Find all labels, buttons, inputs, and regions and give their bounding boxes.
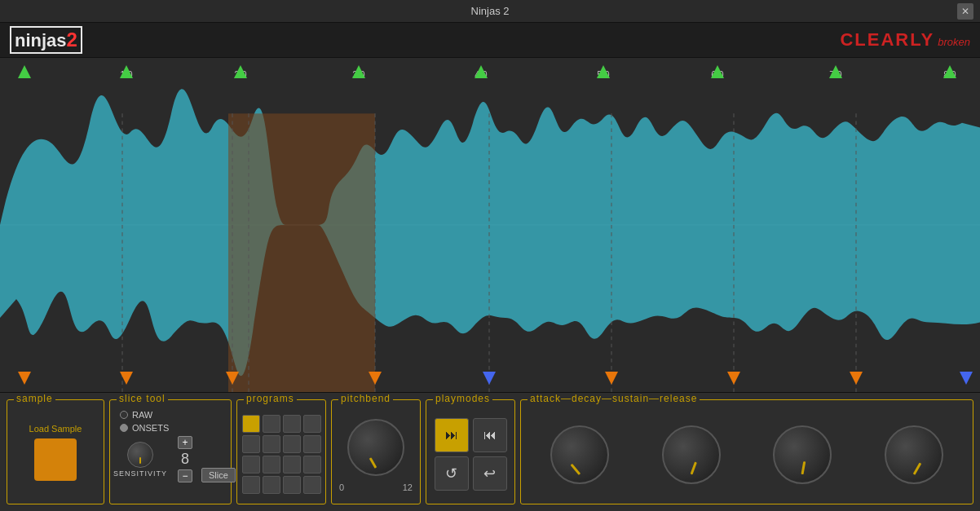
pad-1[interactable] <box>263 415 280 433</box>
pad-7[interactable] <box>303 435 321 453</box>
decay-container <box>662 425 721 484</box>
header-bar: ninjas2 CLEARLY broken <box>0 23 980 57</box>
brand-suffix: broken <box>938 36 970 48</box>
onsets-label: ONSETS <box>132 423 169 433</box>
sustain-container <box>773 425 832 484</box>
decay-indicator <box>690 461 696 474</box>
programs-label: programs <box>244 393 297 404</box>
sensitivity-knob[interactable] <box>127 442 153 468</box>
pitchbend-min: 0 <box>339 482 344 492</box>
pad-8[interactable] <box>242 456 260 474</box>
release-indicator <box>912 462 921 474</box>
title-text: Ninjas 2 <box>471 5 510 17</box>
playmode-backward-button[interactable]: ⏮ <box>473 418 507 452</box>
playmode-forward-icon: ⏭ <box>445 428 458 443</box>
adsr-label: attack—decay—sustain—release <box>528 393 700 404</box>
sensitivity-label: SENSITIVITY <box>113 469 167 478</box>
slice-tool-label: slice tool <box>117 393 168 404</box>
logo-number: 2 <box>67 29 77 51</box>
load-sample-button[interactable] <box>34 438 77 481</box>
raw-radio[interactable] <box>120 411 128 419</box>
pitchbend-knob[interactable] <box>347 419 404 476</box>
brand-area: CLEARLY broken <box>840 29 970 51</box>
minus-button[interactable]: − <box>178 469 192 482</box>
playmode-forward-button[interactable]: ⏭ <box>435 418 469 452</box>
title-bar: Ninjas 2 ✕ <box>0 0 980 23</box>
load-sample-text: Load Sample <box>29 424 82 434</box>
pitchbend-indicator <box>369 457 377 469</box>
waveform-svg: 1.0 2.0 3.0 4.0 5.0 6.0 7.0 8.0 <box>0 58 980 392</box>
release-knob[interactable] <box>885 425 943 484</box>
pad-2[interactable] <box>283 415 301 433</box>
slice-tool-panel: slice tool RAW ONSETS SENSITIVITY <box>109 399 232 504</box>
count-control: + 8 − <box>175 436 195 482</box>
playmodes-panel: playmodes ⏭ ⏮ ↺ ↩ <box>426 399 515 504</box>
pad-0[interactable] <box>242 415 260 433</box>
close-button[interactable]: ✕ <box>957 3 973 20</box>
logo-box: ninjas2 <box>10 26 82 54</box>
playmode-row-1: ⏭ ⏮ <box>435 418 507 452</box>
controls-bar: sample Load Sample slice tool RAW ONSETS <box>0 393 980 511</box>
programs-panel: programs <box>236 399 326 504</box>
playmode-row-2: ↺ ↩ <box>435 456 507 491</box>
playmode-loop-icon: ↺ <box>445 465 457 482</box>
sensitivity-container: SENSITIVITY <box>113 442 167 478</box>
pad-4[interactable] <box>242 435 260 453</box>
playmode-bounce-button[interactable]: ↩ <box>473 456 507 491</box>
sample-panel: sample Load Sample <box>7 399 104 504</box>
raw-label: RAW <box>132 410 152 420</box>
pad-13[interactable] <box>263 476 280 494</box>
pad-grid <box>242 415 321 494</box>
pad-14[interactable] <box>283 476 301 494</box>
pad-15[interactable] <box>303 476 321 494</box>
decay-knob[interactable] <box>662 425 721 484</box>
logo: ninjas2 <box>10 26 84 54</box>
pitchbend-panel: pitchbend 0 12 <box>331 399 421 504</box>
knob-indicator <box>139 457 141 464</box>
pad-9[interactable] <box>263 456 280 474</box>
pad-3[interactable] <box>303 415 321 433</box>
slice-count: 8 <box>175 451 195 468</box>
playmode-backward-icon: ⏮ <box>483 428 497 443</box>
pitchbend-range: 0 12 <box>339 482 413 492</box>
slice-count-controls: SENSITIVITY + 8 − Slice <box>113 436 227 482</box>
pitchbend-label: pitchbend <box>338 393 393 404</box>
svg-rect-3 <box>228 113 375 392</box>
attack-container <box>550 425 609 484</box>
pad-6[interactable] <box>283 435 301 453</box>
onsets-option[interactable]: ONSETS <box>120 423 227 433</box>
raw-option[interactable]: RAW <box>120 410 227 420</box>
pad-10[interactable] <box>283 456 301 474</box>
pad-12[interactable] <box>242 476 260 494</box>
playmode-bounce-icon: ↩ <box>483 465 496 482</box>
adsr-knobs <box>524 408 969 500</box>
slice-button[interactable]: Slice <box>201 468 236 482</box>
waveform-area[interactable]: 1.0 2.0 3.0 4.0 5.0 6.0 7.0 8.0 <box>0 57 980 393</box>
playmode-loop-button[interactable]: ↺ <box>435 456 469 491</box>
sustain-knob[interactable] <box>773 425 832 484</box>
release-container <box>885 425 943 484</box>
onsets-radio[interactable] <box>120 424 128 432</box>
pad-5[interactable] <box>263 435 280 453</box>
attack-knob[interactable] <box>550 425 609 484</box>
attack-indicator <box>571 463 581 474</box>
slice-options: RAW ONSETS <box>120 410 227 433</box>
pitchbend-max: 12 <box>403 482 413 492</box>
sample-panel-label: sample <box>14 393 55 404</box>
main-container: ninjas2 CLEARLY broken <box>0 23 980 511</box>
adsr-panel: attack—decay—sustain—release <box>520 399 973 504</box>
plus-button[interactable]: + <box>178 436 192 449</box>
pad-11[interactable] <box>303 456 321 474</box>
brand-text: CLEARLY <box>840 29 934 51</box>
sustain-indicator <box>801 460 806 474</box>
logo-text: ninjas <box>15 30 67 51</box>
playmodes-label: playmodes <box>433 393 492 404</box>
